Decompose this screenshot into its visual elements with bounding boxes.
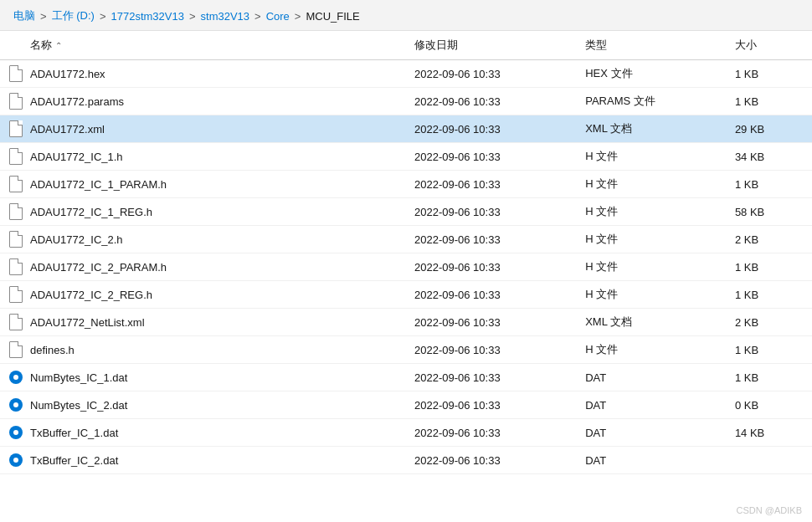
dat-file-icon (8, 452, 23, 468)
file-name: ADAU1772_IC_2_PARAM.h (30, 261, 167, 274)
table-row[interactable]: ADAU1772.params2022-09-06 10:33PARAMS 文件… (0, 88, 812, 115)
file-type: XML 文档 (577, 309, 727, 336)
table-row[interactable]: defines.h2022-09-06 10:33H 文件1 KB (0, 336, 812, 364)
breadcrumb-item-4[interactable]: Core (266, 10, 290, 23)
doc-file-icon (8, 203, 23, 220)
file-type: HEX 文件 (577, 60, 727, 88)
col-name-label: 名称 (30, 38, 52, 53)
file-type: DAT (577, 447, 727, 474)
breadcrumb-item-3[interactable]: stm32V13 (201, 10, 250, 23)
file-size: 2 KB (727, 226, 812, 253)
file-date: 2022-09-06 10:33 (406, 60, 577, 88)
file-date: 2022-09-06 10:33 (406, 309, 577, 336)
col-header-name[interactable]: 名称 ⌃ (0, 31, 406, 60)
file-name-cell-7: ADAU1772_IC_2_PARAM.h (0, 253, 406, 281)
doc-file-icon (8, 258, 23, 275)
file-size: 1 KB (727, 171, 812, 198)
col-header-date[interactable]: 修改日期 (406, 31, 577, 60)
file-size: 58 KB (727, 198, 812, 226)
file-name: TxBuffer_IC_2.dat (30, 454, 118, 467)
doc-file-icon (8, 65, 23, 82)
file-name: ADAU1772.params (30, 95, 124, 108)
file-type: H 文件 (577, 336, 727, 364)
file-size: 14 KB (727, 419, 812, 447)
file-type: H 文件 (577, 198, 727, 226)
file-type: DAT (577, 364, 727, 392)
file-table: 名称 ⌃ 修改日期 类型 大小 ADAU1772.hex2022-09-06 1… (0, 31, 812, 474)
file-size: 0 KB (727, 392, 812, 419)
file-type: DAT (577, 419, 727, 447)
file-name: ADAU1772_IC_1_PARAM.h (30, 178, 167, 191)
file-size: 1 KB (727, 60, 812, 88)
file-type: H 文件 (577, 253, 727, 281)
table-row[interactable]: NumBytes_IC_2.dat2022-09-06 10:33DAT0 KB (0, 392, 812, 419)
table-row[interactable]: ADAU1772_IC_2.h2022-09-06 10:33H 文件2 KB (0, 226, 812, 253)
file-size: 34 KB (727, 143, 812, 171)
file-name-cell-11: NumBytes_IC_1.dat (0, 364, 406, 392)
table-row[interactable]: TxBuffer_IC_2.dat2022-09-06 10:33DAT (0, 447, 812, 474)
table-row[interactable]: ADAU1772.hex2022-09-06 10:33HEX 文件1 KB (0, 60, 812, 88)
file-date: 2022-09-06 10:33 (406, 115, 577, 143)
table-row[interactable]: ADAU1772_NetList.xml2022-09-06 10:33XML … (0, 309, 812, 336)
col-header-size[interactable]: 大小 (727, 31, 812, 60)
table-row[interactable]: ADAU1772.xml2022-09-06 10:33XML 文档29 KB (0, 115, 812, 143)
file-type: H 文件 (577, 226, 727, 253)
file-name-cell-12: NumBytes_IC_2.dat (0, 392, 406, 419)
file-date: 2022-09-06 10:33 (406, 447, 577, 474)
table-row[interactable]: TxBuffer_IC_1.dat2022-09-06 10:33DAT14 K… (0, 419, 812, 447)
table-row[interactable]: ADAU1772_IC_1_PARAM.h2022-09-06 10:33H 文… (0, 171, 812, 198)
file-name: ADAU1772_IC_2_REG.h (30, 289, 152, 301)
file-name-cell-4: ADAU1772_IC_1_PARAM.h (0, 171, 406, 198)
file-name: ADAU1772_IC_2.h (30, 233, 123, 246)
file-name: ADAU1772_NetList.xml (30, 316, 145, 329)
file-size: 1 KB (727, 364, 812, 392)
dat-file-icon (8, 369, 23, 386)
breadcrumb-sep-2: > (189, 10, 196, 23)
col-header-type[interactable]: 类型 (577, 31, 727, 60)
dat-file-icon (8, 424, 23, 441)
file-name-cell-2: ADAU1772.xml (0, 115, 406, 143)
table-row[interactable]: ADAU1772_IC_2_PARAM.h2022-09-06 10:33H 文… (0, 253, 812, 281)
file-name: ADAU1772.hex (30, 68, 105, 80)
file-type: DAT (577, 392, 727, 419)
breadcrumb-item-0[interactable]: 电脑 (13, 8, 35, 23)
file-date: 2022-09-06 10:33 (406, 198, 577, 226)
file-name: NumBytes_IC_1.dat (30, 371, 127, 384)
file-name-cell-6: ADAU1772_IC_2.h (0, 226, 406, 253)
table-row[interactable]: ADAU1772_IC_1_REG.h2022-09-06 10:33H 文件5… (0, 198, 812, 226)
table-row[interactable]: ADAU1772_IC_1.h2022-09-06 10:33H 文件34 KB (0, 143, 812, 171)
doc-file-icon (8, 231, 23, 248)
col-date-label: 修改日期 (414, 38, 458, 51)
file-size: 1 KB (727, 336, 812, 364)
file-date: 2022-09-06 10:33 (406, 171, 577, 198)
file-name-cell-13: TxBuffer_IC_1.dat (0, 419, 406, 447)
file-date: 2022-09-06 10:33 (406, 226, 577, 253)
file-type: XML 文档 (577, 115, 727, 143)
doc-file-icon (8, 314, 23, 330)
breadcrumb-item-2[interactable]: 1772stm32V13 (110, 10, 183, 23)
table-row[interactable]: ADAU1772_IC_2_REG.h2022-09-06 10:33H 文件1… (0, 281, 812, 309)
col-type-label: 类型 (585, 38, 607, 51)
table-row[interactable]: NumBytes_IC_1.dat2022-09-06 10:33DAT1 KB (0, 364, 812, 392)
file-date: 2022-09-06 10:33 (406, 419, 577, 447)
breadcrumb-sep-4: > (295, 10, 301, 23)
breadcrumb-sep-1: > (100, 10, 106, 23)
file-name-cell-3: ADAU1772_IC_1.h (0, 143, 406, 171)
breadcrumb-item-1[interactable]: 工作 (D:) (52, 8, 95, 23)
file-date: 2022-09-06 10:33 (406, 281, 577, 309)
file-type: H 文件 (577, 143, 727, 171)
doc-file-icon (8, 120, 23, 137)
file-name: ADAU1772_IC_1_REG.h (30, 206, 152, 218)
file-name-cell-10: defines.h (0, 336, 406, 364)
file-date: 2022-09-06 10:33 (406, 143, 577, 171)
file-date: 2022-09-06 10:33 (406, 336, 577, 364)
file-size (727, 447, 812, 474)
watermark-text: CSDN @ADIKB (737, 505, 802, 515)
file-name: TxBuffer_IC_1.dat (30, 427, 118, 439)
doc-file-icon (8, 148, 23, 165)
file-name: ADAU1772_IC_1.h (30, 151, 123, 163)
file-date: 2022-09-06 10:33 (406, 392, 577, 419)
file-name: ADAU1772.xml (30, 123, 105, 136)
file-name-cell-8: ADAU1772_IC_2_REG.h (0, 281, 406, 309)
file-name-cell-14: TxBuffer_IC_2.dat (0, 447, 406, 474)
